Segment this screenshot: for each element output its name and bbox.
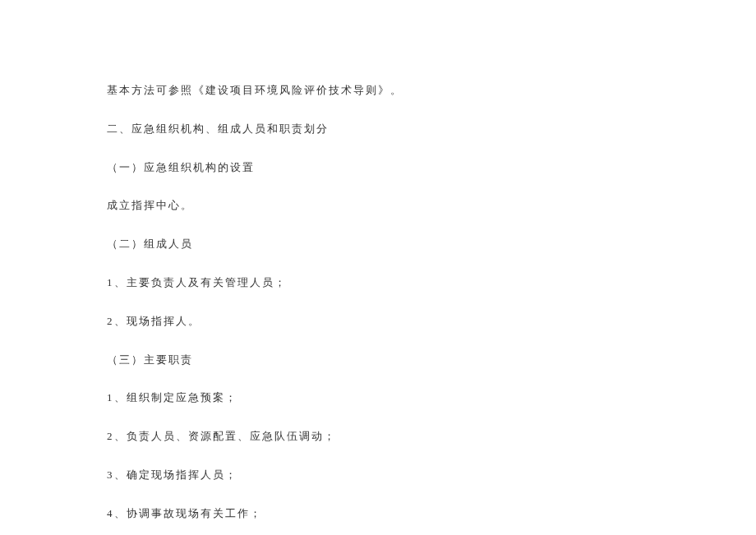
list-item: 2、现场指挥人。 — [107, 313, 649, 330]
document-page: 基本方法可参照《建设项目环境风险评价技术导则》。 二、应急组织机构、组成人员和职… — [107, 82, 649, 523]
list-item: 1、组织制定应急预案； — [107, 390, 649, 407]
body-text-line: 基本方法可参照《建设项目环境风险评价技术导则》。 — [107, 82, 649, 99]
list-item: 2、负责人员、资源配置、应急队伍调动； — [107, 428, 649, 445]
subsection-heading: （二）组成人员 — [107, 236, 649, 253]
subsection-heading: （一）应急组织机构的设置 — [107, 159, 649, 177]
list-item: 1、主要负责人及有关管理人员； — [107, 274, 649, 292]
list-item: 3、确定现场指挥人员； — [107, 467, 649, 484]
body-text-line: 成立指挥中心。 — [107, 197, 649, 214]
subsection-heading: （三）主要职责 — [107, 352, 649, 369]
section-heading: 二、应急组织机构、组成人员和职责划分 — [107, 121, 649, 138]
list-item: 4、协调事故现场有关工作； — [107, 505, 649, 523]
